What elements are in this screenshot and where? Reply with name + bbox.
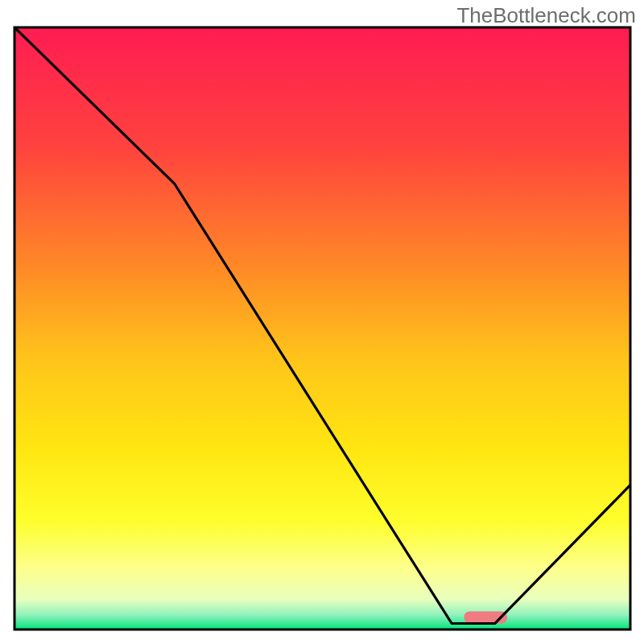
chart-svg [0, 0, 644, 644]
chart-container: TheBottleneck.com [0, 0, 644, 644]
